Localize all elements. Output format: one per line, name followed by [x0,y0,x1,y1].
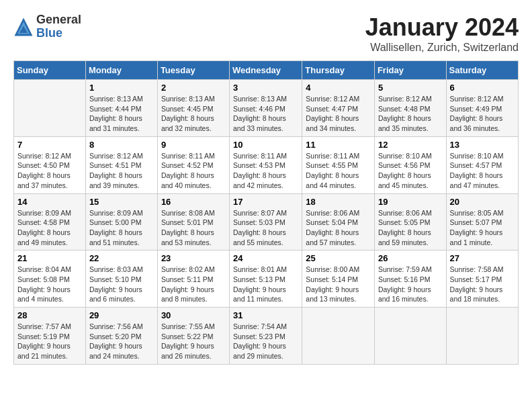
day-cell: 6 Sunrise: 8:12 AM Sunset: 4:49 PM Dayli… [446,80,518,137]
col-monday: Monday [85,61,157,80]
day-number: 6 [450,83,515,93]
day-info: Sunrise: 8:13 AM Sunset: 4:46 PM Dayligh… [233,94,298,134]
day-number: 9 [161,140,226,150]
day-cell [302,308,375,365]
day-cell: 26 Sunrise: 7:59 AM Sunset: 5:16 PM Dayl… [374,250,446,308]
day-cell: 23 Sunrise: 8:02 AM Sunset: 5:11 PM Dayl… [157,250,229,308]
day-info: Sunrise: 8:12 AM Sunset: 4:49 PM Dayligh… [450,94,515,134]
day-number: 30 [161,310,226,320]
day-number: 5 [378,83,443,93]
col-sunday: Sunday [14,61,86,80]
day-number: 28 [17,310,82,320]
day-number: 25 [306,253,371,263]
day-cell: 24 Sunrise: 8:01 AM Sunset: 5:13 PM Dayl… [230,250,302,308]
page-header: General Blue January 2024 Wallisellen, Z… [13,13,519,54]
day-info: Sunrise: 7:58 AM Sunset: 5:17 PM Dayligh… [450,265,515,304]
day-number: 17 [233,197,298,207]
day-number: 14 [17,197,82,207]
day-number: 11 [306,140,371,150]
day-cell: 29 Sunrise: 7:56 AM Sunset: 5:20 PM Dayl… [85,308,157,365]
day-number: 27 [450,253,515,263]
day-info: Sunrise: 8:09 AM Sunset: 4:58 PM Dayligh… [17,208,82,248]
day-info: Sunrise: 8:06 AM Sunset: 5:04 PM Dayligh… [306,208,371,248]
day-cell: 27 Sunrise: 7:58 AM Sunset: 5:17 PM Dayl… [446,250,518,308]
day-number: 23 [161,253,226,263]
calendar-table: Sunday Monday Tuesday Wednesday Thursday… [13,60,519,365]
day-info: Sunrise: 8:08 AM Sunset: 5:01 PM Dayligh… [161,208,226,248]
location-subtitle: Wallisellen, Zurich, Switzerland [365,42,519,54]
day-info: Sunrise: 7:55 AM Sunset: 5:22 PM Dayligh… [161,322,226,361]
title-area: January 2024 Wallisellen, Zurich, Switze… [365,13,519,54]
day-cell [14,80,86,137]
day-cell: 2 Sunrise: 8:13 AM Sunset: 4:45 PM Dayli… [157,80,229,137]
day-cell: 13 Sunrise: 8:10 AM Sunset: 4:57 PM Dayl… [446,136,518,193]
col-wednesday: Wednesday [230,61,302,80]
day-cell: 15 Sunrise: 8:09 AM Sunset: 5:00 PM Dayl… [85,193,157,250]
day-number: 1 [89,83,154,93]
day-info: Sunrise: 8:11 AM Sunset: 4:55 PM Dayligh… [306,151,371,191]
day-cell: 20 Sunrise: 8:05 AM Sunset: 5:07 PM Dayl… [446,193,518,250]
day-number: 31 [233,310,298,320]
day-info: Sunrise: 8:12 AM Sunset: 4:51 PM Dayligh… [89,151,154,191]
day-number: 16 [161,197,226,207]
day-cell: 5 Sunrise: 8:12 AM Sunset: 4:48 PM Dayli… [374,80,446,137]
day-info: Sunrise: 8:10 AM Sunset: 4:57 PM Dayligh… [450,151,515,191]
day-info: Sunrise: 8:00 AM Sunset: 5:14 PM Dayligh… [306,265,371,304]
day-cell: 3 Sunrise: 8:13 AM Sunset: 4:46 PM Dayli… [230,80,302,137]
day-number: 15 [89,197,154,207]
day-info: Sunrise: 8:03 AM Sunset: 5:10 PM Dayligh… [89,265,154,304]
col-friday: Friday [374,61,446,80]
day-cell: 10 Sunrise: 8:11 AM Sunset: 4:53 PM Dayl… [230,136,302,193]
day-cell: 18 Sunrise: 8:06 AM Sunset: 5:04 PM Dayl… [302,193,375,250]
day-cell: 14 Sunrise: 8:09 AM Sunset: 4:58 PM Dayl… [14,193,86,250]
day-info: Sunrise: 8:04 AM Sunset: 5:08 PM Dayligh… [17,265,82,304]
day-number: 10 [233,140,298,150]
col-tuesday: Tuesday [157,61,229,80]
day-number: 24 [233,253,298,263]
logo-general: General [36,13,81,27]
day-info: Sunrise: 8:07 AM Sunset: 5:03 PM Dayligh… [233,208,298,248]
day-cell [374,308,446,365]
day-info: Sunrise: 8:11 AM Sunset: 4:52 PM Dayligh… [161,151,226,191]
day-number: 26 [378,253,443,263]
day-info: Sunrise: 8:09 AM Sunset: 5:00 PM Dayligh… [89,208,154,248]
day-info: Sunrise: 8:12 AM Sunset: 4:50 PM Dayligh… [17,151,82,191]
col-thursday: Thursday [302,61,375,80]
month-title: January 2024 [365,13,519,42]
day-cell: 19 Sunrise: 8:06 AM Sunset: 5:05 PM Dayl… [374,193,446,250]
logo-blue: Blue [36,27,81,40]
day-cell: 7 Sunrise: 8:12 AM Sunset: 4:50 PM Dayli… [14,136,86,193]
day-number: 29 [89,310,154,320]
day-info: Sunrise: 7:56 AM Sunset: 5:20 PM Dayligh… [89,322,154,361]
day-info: Sunrise: 8:01 AM Sunset: 5:13 PM Dayligh… [233,265,298,304]
day-info: Sunrise: 8:06 AM Sunset: 5:05 PM Dayligh… [378,208,443,248]
day-info: Sunrise: 8:02 AM Sunset: 5:11 PM Dayligh… [161,265,226,304]
logo: General Blue [13,13,81,40]
week-row-1: 1 Sunrise: 8:13 AM Sunset: 4:44 PM Dayli… [14,80,519,137]
day-info: Sunrise: 8:11 AM Sunset: 4:53 PM Dayligh… [233,151,298,191]
day-number: 21 [17,253,82,263]
day-cell: 12 Sunrise: 8:10 AM Sunset: 4:56 PM Dayl… [374,136,446,193]
day-cell: 25 Sunrise: 8:00 AM Sunset: 5:14 PM Dayl… [302,250,375,308]
day-cell: 31 Sunrise: 7:54 AM Sunset: 5:23 PM Dayl… [230,308,302,365]
day-number: 20 [450,197,515,207]
day-info: Sunrise: 8:05 AM Sunset: 5:07 PM Dayligh… [450,208,515,248]
day-info: Sunrise: 7:59 AM Sunset: 5:16 PM Dayligh… [378,265,443,304]
day-cell: 17 Sunrise: 8:07 AM Sunset: 5:03 PM Dayl… [230,193,302,250]
day-number: 18 [306,197,371,207]
day-cell: 28 Sunrise: 7:57 AM Sunset: 5:19 PM Dayl… [14,308,86,365]
day-number: 22 [89,253,154,263]
day-info: Sunrise: 8:12 AM Sunset: 4:48 PM Dayligh… [378,94,443,134]
week-row-3: 14 Sunrise: 8:09 AM Sunset: 4:58 PM Dayl… [14,193,519,250]
day-cell [446,308,518,365]
day-cell: 8 Sunrise: 8:12 AM Sunset: 4:51 PM Dayli… [85,136,157,193]
day-number: 4 [306,83,371,93]
day-number: 3 [233,83,298,93]
day-info: Sunrise: 8:13 AM Sunset: 4:44 PM Dayligh… [89,94,154,134]
day-cell: 21 Sunrise: 8:04 AM Sunset: 5:08 PM Dayl… [14,250,86,308]
day-cell: 30 Sunrise: 7:55 AM Sunset: 5:22 PM Dayl… [157,308,229,365]
day-number: 8 [89,140,154,150]
day-cell: 22 Sunrise: 8:03 AM Sunset: 5:10 PM Dayl… [85,250,157,308]
day-cell: 11 Sunrise: 8:11 AM Sunset: 4:55 PM Dayl… [302,136,375,193]
col-saturday: Saturday [446,61,518,80]
